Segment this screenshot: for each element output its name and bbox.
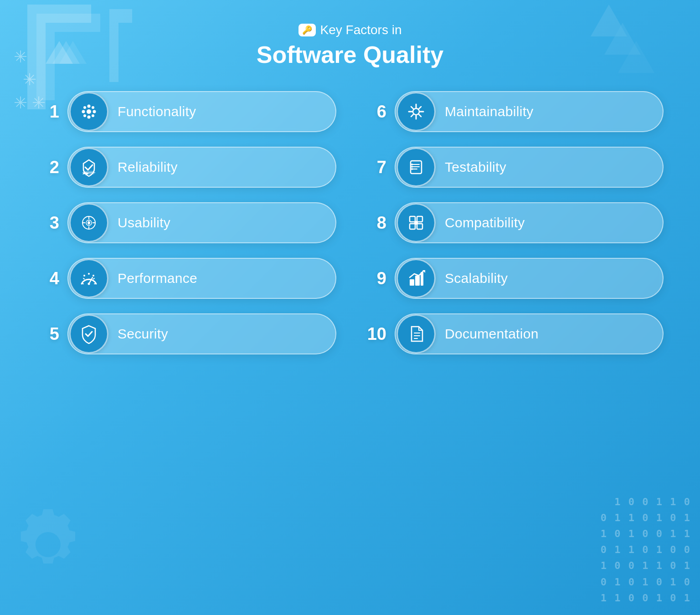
svg-point-54	[88, 273, 90, 275]
factor-number-4: 7	[364, 158, 386, 177]
svg-point-13	[93, 110, 96, 113]
factor-label-performance: Performance	[118, 271, 197, 286]
factor-label-usability: Usability	[118, 215, 170, 231]
factor-pill-functionality: Functionality	[67, 91, 336, 132]
svg-point-9	[87, 109, 91, 114]
factor-label-testability: Testability	[445, 159, 506, 175]
svg-line-25	[418, 107, 421, 109]
factor-number-8: 9	[364, 269, 386, 288]
header-subtitle: 🔑 Key Factors in	[0, 23, 700, 37]
svg-point-16	[92, 106, 94, 109]
factor-pill-maintainability: Maintainability	[395, 91, 664, 132]
subtitle-text: Key Factors in	[320, 23, 402, 37]
factor-item-functionality: 1 Functionality	[36, 91, 336, 132]
factor-label-reliability: Reliability	[118, 159, 178, 175]
factor-pill-compatibility: Compatibility	[395, 202, 664, 243]
svg-point-34	[411, 168, 413, 170]
svg-rect-57	[415, 276, 420, 286]
header-title: Software Quality	[0, 41, 700, 68]
factor-item-scalability: 9 Scalability	[364, 258, 664, 299]
factor-label-functionality: Functionality	[118, 104, 196, 119]
factor-item-reliability: 2 Reliability	[36, 147, 336, 188]
factor-pill-documentation: Documentation	[395, 313, 664, 354]
factor-icon-performance	[69, 259, 108, 298]
factor-number-6: 8	[364, 213, 386, 233]
key-icon: 🔑	[299, 24, 316, 36]
factor-item-testability: 7 Testability	[364, 147, 664, 188]
header: 🔑 Key Factors in Software Quality	[0, 0, 700, 82]
factor-item-compatibility: 8 Compatibility	[364, 202, 664, 243]
factors-grid: 1 Functionality 6 Maintainability 2 Reli…	[0, 82, 700, 373]
svg-point-46	[414, 221, 418, 225]
factor-pill-usability: Usability	[67, 202, 336, 243]
factor-icon-scalability	[396, 259, 436, 298]
svg-point-55	[93, 275, 94, 277]
factor-icon-reliability	[69, 148, 108, 187]
factor-number-5: 3	[36, 213, 59, 233]
svg-line-26	[411, 114, 414, 117]
svg-line-51	[83, 278, 84, 279]
deco-gear-svg	[0, 497, 100, 597]
svg-point-14	[83, 106, 86, 109]
factor-label-documentation: Documentation	[445, 326, 539, 342]
svg-rect-42	[410, 216, 415, 222]
svg-rect-45	[417, 224, 422, 229]
factor-label-compatibility: Compatibility	[445, 215, 525, 231]
factor-number-1: 1	[36, 102, 59, 122]
factor-number-3: 2	[36, 158, 59, 177]
factor-icon-security	[69, 314, 108, 354]
svg-point-32	[411, 164, 413, 165]
factor-icon-usability	[69, 203, 108, 242]
factor-item-documentation: 10 Documentation	[364, 313, 664, 354]
factor-item-maintainability: 6 Maintainability	[364, 91, 664, 132]
svg-point-17	[83, 114, 86, 117]
svg-rect-43	[417, 216, 422, 222]
factor-number-7: 4	[36, 269, 59, 288]
factor-pill-performance: Performance	[67, 258, 336, 299]
factor-number-10: 10	[364, 324, 386, 344]
svg-rect-56	[410, 279, 414, 286]
factor-label-scalability: Scalability	[445, 271, 508, 286]
factor-icon-functionality	[69, 92, 108, 131]
svg-line-52	[93, 278, 94, 279]
factor-icon-testability	[396, 148, 436, 187]
factor-item-usability: 3 Usability	[36, 202, 336, 243]
factor-icon-compatibility	[396, 203, 436, 242]
factor-icon-documentation	[396, 314, 436, 354]
factor-label-security: Security	[118, 326, 168, 342]
svg-point-11	[88, 116, 91, 119]
svg-rect-44	[410, 224, 415, 229]
factor-label-maintainability: Maintainability	[445, 104, 534, 119]
svg-line-23	[411, 107, 414, 109]
svg-point-10	[88, 105, 91, 108]
svg-point-53	[83, 275, 85, 277]
factor-number-2: 6	[364, 102, 386, 122]
svg-point-15	[92, 114, 94, 117]
binary-background: 1 0 0 1 1 0 0 1 1 0 1 0 1 1 0 1 0 0 1 1 …	[509, 494, 700, 606]
factor-pill-scalability: Scalability	[395, 258, 664, 299]
factor-pill-testability: Testability	[395, 147, 664, 188]
factor-item-performance: 4 Performance	[36, 258, 336, 299]
svg-line-24	[418, 114, 421, 117]
factor-number-9: 5	[36, 324, 59, 344]
svg-point-33	[411, 166, 413, 168]
factor-pill-reliability: Reliability	[67, 147, 336, 188]
svg-point-48	[88, 283, 90, 285]
factor-icon-maintainability	[396, 92, 436, 131]
factor-pill-security: Security	[67, 313, 336, 354]
factor-item-security: 5 Security	[36, 313, 336, 354]
svg-point-12	[82, 110, 85, 113]
